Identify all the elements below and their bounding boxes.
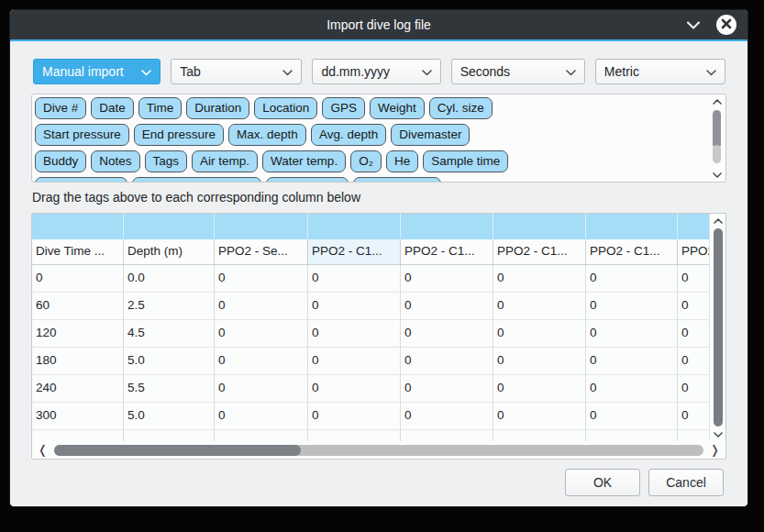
tag-pill[interactable]: Tags: [145, 150, 188, 172]
table-cell: 0: [215, 320, 308, 348]
tag-pill[interactable]: Notes: [91, 150, 139, 172]
drop-target-cell[interactable]: [215, 214, 308, 239]
drop-target-cell[interactable]: [586, 214, 678, 239]
cancel-button[interactable]: Cancel: [648, 469, 724, 496]
ok-button[interactable]: OK: [565, 469, 640, 496]
chevron-down-icon: [141, 64, 151, 79]
table-cell: 0: [493, 375, 586, 403]
column-header: PPO2 - C1...: [586, 239, 678, 265]
shade-button[interactable]: [685, 17, 702, 33]
drop-target-cell[interactable]: [308, 214, 401, 239]
drop-target-cell[interactable]: [401, 214, 493, 239]
tag-pill[interactable]: Air temp.: [192, 150, 258, 172]
tag-pill[interactable]: Max. depth: [228, 124, 306, 146]
tag-pill[interactable]: He: [386, 150, 418, 172]
table-cell: 5.0: [124, 403, 215, 430]
scroll-down-icon[interactable]: [713, 170, 722, 180]
hscroll-track[interactable]: [54, 445, 703, 456]
scroll-down-icon[interactable]: [714, 429, 723, 439]
chevron-down-icon: [282, 64, 293, 79]
drop-target-cell[interactable]: [124, 214, 215, 239]
table-cell: 0: [493, 265, 586, 293]
table-cell: 4.5: [124, 320, 215, 348]
drop-target-cell[interactable]: [32, 214, 124, 239]
table-cell: 0: [493, 293, 586, 320]
hscroll-thumb[interactable]: [54, 445, 301, 456]
column-header: PPO2 - C1...: [308, 239, 401, 265]
table-cell: 0: [401, 320, 493, 348]
table-cell: 0: [401, 265, 493, 293]
table-cell: 5.5: [124, 375, 215, 403]
column-header: PPO2 - Se...: [215, 239, 308, 265]
table-cell: 0: [493, 348, 586, 375]
column-header: PPO2 - C1...: [493, 239, 586, 265]
import-dialog-window: Import dive log file Manual import Tab: [9, 9, 748, 507]
tag-pill[interactable]: Date: [91, 97, 134, 119]
field-separator-select[interactable]: Tab: [171, 59, 302, 84]
units-select[interactable]: Metric: [595, 59, 725, 84]
table-cell: 0: [586, 293, 678, 320]
tag-pill[interactable]: Sample temperature: [132, 177, 260, 183]
tag-pill[interactable]: Sample depth: [35, 177, 127, 183]
table-cell: 0: [308, 375, 401, 403]
column-header: PPO2 - C1...: [401, 239, 493, 265]
tags-scrollbar-track[interactable]: [713, 145, 721, 163]
scroll-up-icon[interactable]: [713, 96, 722, 106]
tag-pill[interactable]: Buddy: [35, 150, 86, 172]
drag-hint-label: Drag the tags above to each correspondin…: [32, 190, 726, 205]
tag-pill[interactable]: Dive #: [35, 97, 86, 119]
tag-pill[interactable]: Sample CNS: [353, 177, 441, 183]
table-horizontal-scrollbar[interactable]: ❬ ❭: [32, 441, 725, 459]
tag-pill[interactable]: Sample time: [423, 150, 508, 172]
tag-pill[interactable]: Cyl. size: [429, 97, 493, 119]
field-separator-value: Tab: [180, 64, 201, 79]
tag-pill[interactable]: Water temp.: [262, 150, 346, 172]
tags-scrollbar-thumb[interactable]: [713, 110, 721, 149]
tags-vertical-scrollbar[interactable]: [710, 96, 724, 180]
date-format-select[interactable]: dd.mm.yyyy: [312, 59, 440, 84]
tag-pill[interactable]: End pressure: [134, 124, 224, 146]
table-cell: 0: [215, 375, 308, 403]
import-preview-table: Dive Time ...Depth (m)PPO2 - Se...PPO2 -…: [31, 213, 726, 460]
date-format-value: dd.mm.yyyy: [321, 64, 390, 79]
duration-format-select[interactable]: Seconds: [451, 59, 585, 84]
titlebar: Import dive log file: [10, 10, 747, 41]
tag-pill[interactable]: Time: [138, 97, 183, 119]
tag-pill[interactable]: Avg. depth: [311, 124, 386, 146]
table-cell: 0: [215, 348, 308, 375]
table-cell: 0: [586, 348, 678, 375]
scroll-up-icon[interactable]: [714, 216, 723, 226]
tag-pill[interactable]: Weight: [370, 97, 425, 119]
tag-pill[interactable]: GPS: [322, 97, 365, 119]
toolbar: Manual import Tab dd.mm.yyyy Seconds Met…: [10, 41, 747, 84]
table-row: 2405.5000000: [32, 375, 726, 403]
tag-pill[interactable]: Location: [254, 97, 317, 119]
close-button[interactable]: [716, 15, 736, 35]
column-header: Dive Time ...: [32, 239, 124, 265]
table-grid: Dive Time ...Depth (m)PPO2 - Se...PPO2 -…: [32, 214, 726, 458]
source-select[interactable]: Manual import: [33, 59, 161, 84]
drop-target-cell[interactable]: [493, 214, 586, 239]
table-cell: 0: [308, 403, 401, 430]
table-cell: 0.0: [124, 265, 215, 293]
table-cell: 60: [32, 293, 124, 320]
table-cell: 0: [401, 375, 493, 403]
table-scrollbar-thumb[interactable]: [714, 228, 723, 427]
scroll-right-icon[interactable]: ❭: [710, 445, 720, 456]
table-cell: 240: [32, 375, 124, 403]
tag-pill[interactable]: Divemaster: [391, 124, 470, 146]
scroll-left-icon[interactable]: ❬: [38, 445, 48, 456]
tag-pill[interactable]: Duration: [186, 97, 249, 119]
table-cell: 0: [586, 375, 678, 403]
table-vertical-scrollbar[interactable]: [709, 214, 725, 441]
column-header: Depth (m): [124, 239, 215, 265]
tag-pill[interactable]: Sample pO₂: [266, 177, 349, 183]
tag-row: Sample depthSample temperatureSample pO₂…: [35, 177, 707, 183]
tag-row: Start pressureEnd pressureMax. depthAvg.…: [35, 124, 707, 150]
tag-pill[interactable]: Start pressure: [35, 124, 129, 146]
table-cell: 0: [308, 320, 401, 348]
table-cell: 300: [32, 403, 124, 430]
tag-pill[interactable]: O₂: [350, 150, 382, 172]
table-row: 1805.0000000: [32, 348, 726, 375]
table-cell: 180: [32, 348, 124, 375]
